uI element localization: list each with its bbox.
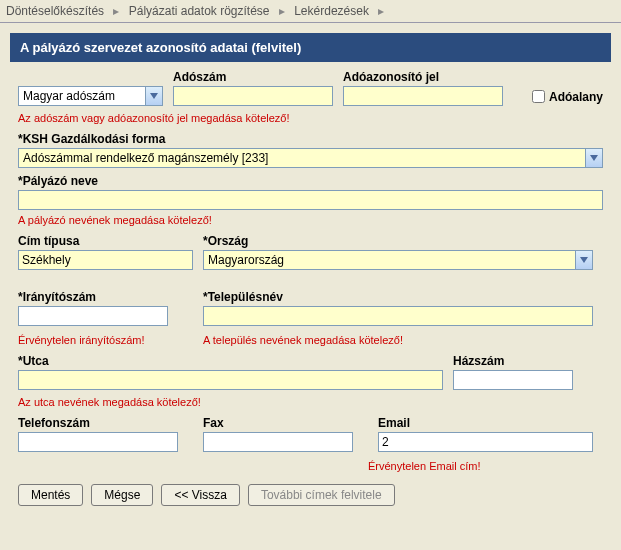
utca-input[interactable] (18, 370, 443, 390)
ksh-select[interactable]: Adószámmal rendelkező magánszemély [233] (18, 148, 603, 168)
adoalany-checkbox-input[interactable] (532, 90, 545, 103)
error-adoszam: Az adószám vagy adóazonosító jel megadás… (18, 112, 603, 124)
hazszam-label: Házszám (453, 354, 593, 368)
palyazo-neve-label: Pályázó neve (18, 174, 603, 188)
error-iranyitoszam: Érvénytelen irányítószám! (18, 334, 203, 346)
telefonszam-input[interactable] (18, 432, 178, 452)
chevron-down-icon (575, 251, 592, 269)
error-utca: Az utca nevének megadása kötelező! (18, 396, 603, 408)
chevron-right-icon: ▸ (113, 4, 119, 18)
iranyitoszam-input[interactable] (18, 306, 168, 326)
adoalany-checkbox[interactable]: Adóalany (528, 87, 603, 106)
cim-tipusa-input (18, 250, 193, 270)
ksh-label: KSH Gazdálkodási forma (18, 132, 603, 146)
orszag-select[interactable]: Magyarország (203, 250, 593, 270)
save-button[interactable]: Mentés (18, 484, 83, 506)
breadcrumb: Döntéselőkészítés ▸ Pályázati adatok rög… (0, 0, 621, 23)
adoszam-input[interactable] (173, 86, 333, 106)
back-button[interactable]: << Vissza (161, 484, 239, 506)
adoazonosito-input[interactable] (343, 86, 503, 106)
telepulesnev-input[interactable] (203, 306, 593, 326)
chevron-right-icon: ▸ (279, 4, 285, 18)
breadcrumb-item[interactable]: Pályázati adatok rögzítése (129, 4, 270, 18)
adoazonosito-label: Adóazonosító jel (343, 70, 503, 84)
telepulesnev-label: Településnév (203, 290, 593, 304)
email-input[interactable] (378, 432, 593, 452)
error-telepulesnev: A település nevének megadása kötelező! (203, 334, 603, 346)
iranyitoszam-label: Irányítószám (18, 290, 193, 304)
breadcrumb-item[interactable]: Döntéselőkészítés (6, 4, 104, 18)
palyazo-neve-input[interactable] (18, 190, 603, 210)
error-palyazo-neve: A pályázó nevének megadása kötelező! (18, 214, 603, 226)
panel-title: A pályázó szervezet azonosító adatai (fe… (10, 33, 611, 62)
utca-label: Utca (18, 354, 443, 368)
email-label: Email (378, 416, 593, 430)
cancel-button[interactable]: Mégse (91, 484, 153, 506)
adoalany-label: Adóalany (549, 90, 603, 104)
chevron-down-icon (585, 149, 602, 167)
hazszam-input[interactable] (453, 370, 573, 390)
adoszam-label: Adószám (173, 70, 333, 84)
fax-input[interactable] (203, 432, 353, 452)
chevron-right-icon: ▸ (378, 4, 384, 18)
breadcrumb-item[interactable]: Lekérdezések (294, 4, 369, 18)
adoszam-tipus-select[interactable]: Magyar adószám (18, 86, 163, 106)
error-email: Érvénytelen Email cím! (368, 460, 480, 472)
telefonszam-label: Telefonszám (18, 416, 193, 430)
cim-tipusa-label: Cím típusa (18, 234, 193, 248)
chevron-down-icon (145, 87, 162, 105)
more-addresses-button: További címek felvitele (248, 484, 395, 506)
orszag-label: Ország (203, 234, 593, 248)
fax-label: Fax (203, 416, 368, 430)
